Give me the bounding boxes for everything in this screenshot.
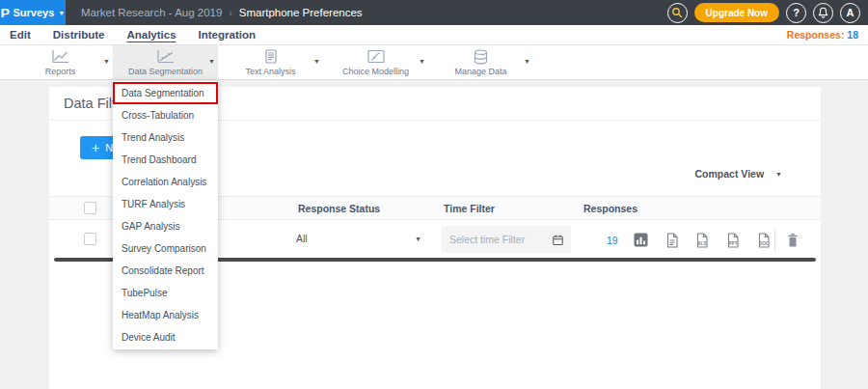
toolbar-text-analysis-label: Text Analysis <box>245 67 295 76</box>
product-name: Surveys <box>13 7 54 18</box>
data-segmentation-dropdown-menu: Data Segmentation Cross-Tabulation Trend… <box>113 81 218 349</box>
svg-text:PPT: PPT <box>728 240 737 245</box>
menu-item-trend-dashboard[interactable]: Trend Dashboard <box>113 149 218 171</box>
app-window: P Surveys ▼ Market Research - Aug 2019 ›… <box>0 0 868 389</box>
export-doc-button[interactable]: DOC <box>755 232 772 248</box>
document-report-icon <box>263 49 279 65</box>
chevron-down-icon[interactable]: ▼ <box>524 58 530 65</box>
export-xls-button[interactable]: XLS <box>693 232 710 248</box>
response-status-value: All <box>296 233 308 244</box>
toolbar-reports[interactable]: Reports ▼ <box>8 45 113 79</box>
toolbar-data-segmentation[interactable]: Data Segmentation ▼ <box>113 45 218 79</box>
surveys-product-menu[interactable]: P Surveys ▼ <box>0 0 66 25</box>
tab-integration[interactable]: Integration <box>199 29 256 41</box>
database-icon <box>473 49 489 65</box>
svg-text:XLS: XLS <box>697 240 706 245</box>
time-filter-input[interactable] <box>442 234 552 245</box>
trash-icon <box>786 233 800 248</box>
compact-view-label: Compact View <box>694 168 764 180</box>
chevron-down-icon[interactable]: ▼ <box>208 58 215 65</box>
menu-item-gap-analysis[interactable]: GAP Analysis <box>113 215 218 237</box>
responses-counter[interactable]: Responses: 18 <box>787 29 858 41</box>
help-button[interactable]: ? <box>786 3 806 23</box>
export-ppt-button[interactable]: PPT <box>724 232 741 248</box>
breadcrumb: Market Research - Aug 2019 › Smartphone … <box>81 7 363 18</box>
question-mark-icon: ? <box>793 7 800 18</box>
delete-filter-button[interactable] <box>784 232 800 248</box>
scatter-chart-icon <box>156 49 176 65</box>
topbar-actions: Upgrade Now ? A <box>667 3 868 23</box>
notifications-button[interactable] <box>813 3 833 23</box>
toolbar-reports-label: Reports <box>45 67 76 76</box>
line-chart-icon <box>51 49 70 65</box>
col-response-status: Response Status <box>298 203 380 214</box>
menu-item-survey-comparison[interactable]: Survey Comparison <box>113 237 218 260</box>
bell-icon <box>818 7 828 18</box>
chevron-down-icon[interactable]: ▼ <box>313 58 320 65</box>
svg-text:DOC: DOC <box>758 240 769 245</box>
menu-item-device-audit[interactable]: Device Audit <box>113 326 218 348</box>
breadcrumb-parent-link[interactable]: Market Research - Aug 2019 <box>81 7 222 18</box>
chevron-down-icon: ▼ <box>58 10 65 16</box>
toolbar-manage-data-label: Manage Data <box>454 67 506 76</box>
tab-analytics[interactable]: Analytics <box>126 29 176 41</box>
select-all-checkbox[interactable] <box>84 202 96 214</box>
breadcrumb-separator: › <box>229 8 231 18</box>
file-ppt-icon: PPT <box>726 233 740 248</box>
analytics-toolbar: Reports ▼ Data Segmentation ▼ Text Analy… <box>0 45 868 80</box>
responses-count: 18 <box>847 29 858 41</box>
icon-divider <box>774 229 775 251</box>
time-filter-field <box>442 226 571 253</box>
menu-item-consolidate-report[interactable]: Consolidate Report <box>113 260 218 282</box>
chevron-down-icon[interactable]: ▼ <box>103 58 110 65</box>
tab-distribute[interactable]: Distribute <box>53 29 105 41</box>
col-responses: Responses <box>583 203 637 214</box>
search-button[interactable] <box>667 3 688 23</box>
chevron-down-icon[interactable]: ▼ <box>419 58 425 65</box>
file-document-icon <box>665 233 679 248</box>
file-doc-icon: DOC <box>757 233 771 248</box>
export-pdf-button[interactable] <box>664 232 680 248</box>
chevron-down-icon: ▼ <box>775 171 782 178</box>
chevron-down-icon: ▼ <box>415 236 421 242</box>
tab-edit[interactable]: Edit <box>10 29 31 41</box>
search-icon <box>671 7 683 18</box>
response-status-select[interactable]: All ▼ <box>296 233 421 244</box>
menu-item-data-segmentation[interactable]: Data Segmentation <box>113 82 218 104</box>
user-avatar[interactable]: A <box>840 3 860 23</box>
plus-icon: + <box>92 141 99 154</box>
calendar-icon[interactable] <box>552 234 564 246</box>
toolbar-data-segmentation-label: Data Segmentation <box>128 67 203 76</box>
analyze-report-button[interactable] <box>633 232 649 248</box>
col-time-filter: Time Filter <box>444 203 495 214</box>
compact-view-selector[interactable]: Compact View ▼ <box>694 168 782 180</box>
toolbar-choice-modelling-label: Choice Modelling <box>342 67 409 76</box>
menu-item-correlation-analysis[interactable]: Correlation Analysis <box>113 171 218 193</box>
menu-item-heatmap-analysis[interactable]: HeatMap Analysis <box>113 304 218 326</box>
row-checkbox[interactable] <box>84 233 96 245</box>
menu-item-turf-analysis[interactable]: TURF Analysis <box>113 193 218 215</box>
breadcrumb-current: Smartphone Preferences <box>239 7 363 18</box>
upgrade-now-button[interactable]: Upgrade Now <box>694 3 779 22</box>
curve-chart-icon <box>366 49 386 65</box>
menu-item-tubepulse[interactable]: TubePulse <box>113 282 218 304</box>
responses-label: Responses: <box>787 29 845 41</box>
bar-chart-icon <box>634 233 648 247</box>
menu-item-trend-analysis[interactable]: Trend Analysis <box>113 126 218 149</box>
file-xls-icon: XLS <box>695 233 709 248</box>
row-responses-count[interactable]: 19 <box>607 235 618 246</box>
avatar-initial: A <box>847 7 854 18</box>
top-bar: P Surveys ▼ Market Research - Aug 2019 ›… <box>0 0 868 25</box>
menu-item-cross-tabulation[interactable]: Cross-Tabulation <box>113 104 218 126</box>
toolbar-choice-modelling[interactable]: Choice Modelling ▼ <box>323 45 428 79</box>
toolbar-manage-data[interactable]: Manage Data ▼ <box>428 45 533 79</box>
questionpro-logo-icon: P <box>0 7 10 19</box>
survey-nav-tabs: Edit Distribute Analytics Integration Re… <box>0 25 868 45</box>
toolbar-text-analysis[interactable]: Text Analysis ▼ <box>218 45 323 79</box>
